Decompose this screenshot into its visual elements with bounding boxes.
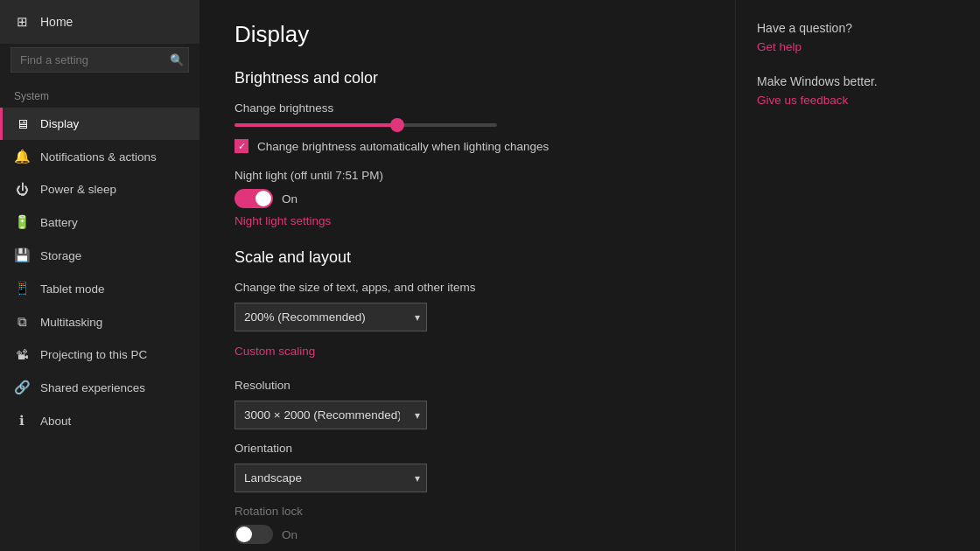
auto-brightness-checkbox[interactable]: ✓: [234, 139, 248, 153]
projecting-icon: 📽: [14, 347, 30, 362]
night-light-toggle-label: On: [282, 192, 298, 206]
sidebar-item-label: About: [40, 415, 71, 428]
multitasking-icon: ⧉: [14, 314, 30, 330]
scale-label: Change the size of text, apps, and other…: [234, 281, 700, 294]
power-icon: ⏻: [14, 182, 30, 197]
orientation-label: Orientation: [234, 442, 700, 455]
sidebar-item-about[interactable]: ℹ About: [0, 404, 200, 437]
scale-section-title: Scale and layout: [234, 248, 700, 267]
right-panel: Have a question? Get help Make Windows b…: [735, 0, 980, 551]
feedback-title: Make Windows better.: [757, 74, 959, 88]
auto-brightness-row: ✓ Change brightness automatically when l…: [234, 139, 700, 153]
brightness-section-title: Brightness and color: [234, 69, 700, 87]
home-label: Home: [40, 15, 73, 29]
sidebar-item-label: Battery: [40, 216, 78, 229]
scale-dropdown-wrapper: 200% (Recommended) 100% 125% 150% (Recom…: [234, 303, 427, 331]
tablet-icon: 📱: [14, 281, 30, 296]
rotation-lock-toggle-row: On: [234, 525, 700, 544]
scale-dropdown[interactable]: 200% (Recommended) 100% 125% 150% (Recom…: [234, 303, 427, 331]
search-input[interactable]: [10, 47, 189, 73]
sidebar-item-storage[interactable]: 💾 Storage: [0, 239, 200, 272]
search-container: 🔍: [10, 47, 189, 73]
custom-scaling-link[interactable]: Custom scaling: [234, 345, 315, 358]
get-help-link[interactable]: Get help: [757, 40, 959, 53]
sidebar: ⊞ Home 🔍 System 🖥 Display 🔔 Notification…: [0, 0, 200, 551]
sidebar-item-label: Notifications & actions: [40, 150, 157, 164]
sidebar-item-display[interactable]: 🖥 Display: [0, 108, 200, 140]
shared-icon: 🔗: [14, 380, 30, 395]
battery-icon: 🔋: [14, 214, 30, 230]
night-light-toggle[interactable]: [234, 189, 273, 208]
sidebar-item-label: Projecting to this PC: [40, 348, 147, 361]
resolution-dropdown-row: 3000 × 2000 (Recommended) 2560 × 1600 19…: [234, 401, 700, 429]
orientation-dropdown-wrapper: Landscape Portrait Landscape (flipped) P…: [234, 464, 427, 492]
orientation-dropdown[interactable]: Landscape Portrait Landscape (flipped) P…: [234, 464, 427, 492]
sidebar-item-label: Power & sleep: [40, 183, 116, 196]
night-light-toggle-row: On: [234, 189, 700, 208]
sidebar-item-label: Tablet mode: [40, 282, 105, 296]
sidebar-item-projecting[interactable]: 📽 Projecting to this PC: [0, 338, 200, 371]
about-icon: ℹ: [14, 413, 30, 429]
resolution-dropdown[interactable]: 3000 × 2000 (Recommended) 2560 × 1600 19…: [234, 401, 427, 429]
sidebar-item-label: Shared experiences: [40, 381, 145, 394]
sidebar-item-label: Storage: [40, 249, 81, 262]
display-icon: 🖥: [14, 116, 30, 131]
night-light-label: Night light (off until 7:51 PM): [234, 169, 700, 182]
help-title: Have a question?: [757, 21, 959, 35]
scale-dropdown-row: 200% (Recommended) 100% 125% 150% (Recom…: [234, 303, 700, 331]
rotation-toggle-thumb: [236, 527, 252, 542]
slider-track: [234, 123, 497, 127]
sidebar-item-notifications[interactable]: 🔔 Notifications & actions: [0, 140, 200, 173]
sidebar-item-label: Display: [40, 117, 79, 130]
page-title: Display: [234, 21, 700, 48]
storage-icon: 💾: [14, 248, 30, 263]
resolution-dropdown-wrapper: 3000 × 2000 (Recommended) 2560 × 1600 19…: [234, 401, 427, 429]
slider-fill: [234, 123, 397, 127]
home-icon: ⊞: [14, 14, 30, 30]
sidebar-item-tablet[interactable]: 📱 Tablet mode: [0, 272, 200, 305]
brightness-slider[interactable]: [234, 123, 497, 127]
resolution-label: Resolution: [234, 379, 700, 392]
sidebar-item-label: Multitasking: [40, 316, 102, 329]
rotation-lock-toggle[interactable]: [234, 525, 273, 544]
brightness-label: Change brightness: [234, 101, 700, 115]
sidebar-item-multitasking[interactable]: ⧉ Multitasking: [0, 305, 200, 338]
night-light-settings-link[interactable]: Night light settings: [234, 214, 331, 227]
sidebar-home-button[interactable]: ⊞ Home: [0, 0, 200, 44]
sidebar-item-battery[interactable]: 🔋 Battery: [0, 206, 200, 239]
main-content: Display Brightness and color Change brig…: [200, 0, 735, 551]
search-icon: 🔍: [170, 53, 184, 66]
rotation-lock-toggle-label: On: [282, 528, 298, 541]
orientation-dropdown-row: Landscape Portrait Landscape (flipped) P…: [234, 464, 700, 492]
toggle-thumb: [256, 191, 271, 206]
feedback-link[interactable]: Give us feedback: [757, 94, 959, 107]
sidebar-item-shared[interactable]: 🔗 Shared experiences: [0, 371, 200, 404]
sidebar-item-power[interactable]: ⏻ Power & sleep: [0, 173, 200, 206]
system-label: System: [0, 83, 200, 108]
slider-thumb[interactable]: [390, 118, 404, 132]
rotation-lock-label: Rotation lock: [234, 505, 700, 518]
checkmark-icon: ✓: [238, 141, 246, 152]
auto-brightness-label: Change brightness automatically when lig…: [257, 140, 549, 153]
notifications-icon: 🔔: [14, 149, 30, 164]
